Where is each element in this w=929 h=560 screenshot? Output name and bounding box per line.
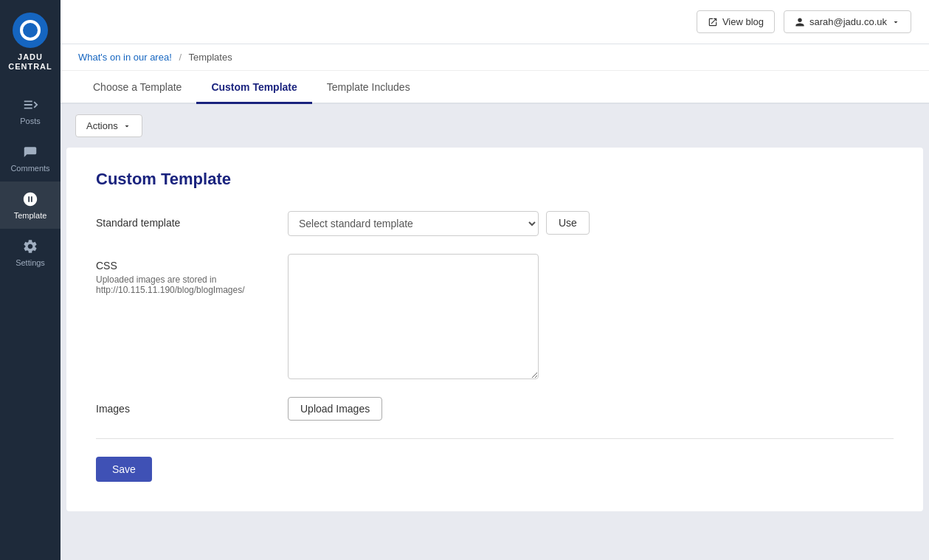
settings-icon	[21, 238, 39, 255]
tab-template-includes[interactable]: Template Includes	[312, 71, 425, 104]
view-blog-button[interactable]: View blog	[697, 10, 775, 33]
css-textarea[interactable]	[288, 254, 539, 379]
images-control-group: Upload Images	[288, 397, 894, 421]
standard-template-row: Standard template Select standard templa…	[96, 211, 894, 236]
form-divider	[96, 438, 894, 439]
logo-inner-circle	[20, 20, 41, 41]
standard-template-select[interactable]: Select standard template	[288, 211, 539, 236]
tab-choose-template[interactable]: Choose a Template	[78, 71, 196, 104]
sidebar-item-comments[interactable]: Comments	[0, 134, 61, 182]
sidebar-nav: Posts Comments Template Settings	[0, 87, 61, 276]
sidebar-label-template: Template	[14, 211, 47, 220]
sidebar-item-settings[interactable]: Settings	[0, 229, 61, 276]
css-control-group	[288, 254, 894, 379]
topbar-actions: View blog sarah@jadu.co.uk	[697, 10, 911, 33]
external-link-icon	[708, 17, 718, 27]
user-icon	[795, 17, 805, 27]
tabs-bar: Choose a Template Custom Template Templa…	[61, 71, 929, 104]
sidebar-item-template[interactable]: Template	[0, 182, 61, 229]
sidebar-label-settings: Settings	[15, 258, 45, 267]
images-label: Images	[96, 397, 288, 415]
actions-button[interactable]: Actions	[75, 114, 142, 137]
actions-bar: Actions	[61, 104, 929, 148]
posts-icon	[21, 96, 39, 114]
sidebar: JADUCENTRAL Posts Comments Template	[0, 0, 61, 560]
template-icon	[21, 190, 39, 208]
user-menu-button[interactable]: sarah@jadu.co.uk	[784, 10, 911, 33]
css-sublabel: Uploaded images are stored in http://10.…	[96, 274, 288, 295]
breadcrumb-separator: /	[179, 52, 182, 63]
main-content: View blog sarah@jadu.co.uk What's on in …	[61, 0, 929, 560]
upload-images-button[interactable]: Upload Images	[288, 397, 382, 421]
use-button[interactable]: Use	[546, 211, 590, 235]
standard-template-label: Standard template	[96, 211, 288, 229]
css-label: CSS Uploaded images are stored in http:/…	[96, 254, 288, 295]
breadcrumb-current: Templates	[188, 52, 232, 63]
sidebar-label-comments: Comments	[10, 164, 49, 173]
logo-text: JADUCENTRAL	[8, 52, 52, 72]
sidebar-logo: JADUCENTRAL	[0, 0, 61, 81]
chevron-down-icon	[891, 18, 900, 27]
css-row: CSS Uploaded images are stored in http:/…	[96, 254, 894, 379]
standard-template-controls: Select standard template Use	[288, 211, 894, 236]
form-title: Custom Template	[96, 170, 894, 189]
logo-icon	[13, 13, 48, 48]
images-row: Images Upload Images	[96, 397, 894, 421]
comments-icon	[21, 143, 39, 161]
actions-chevron-icon	[122, 122, 131, 131]
save-button[interactable]: Save	[96, 457, 152, 482]
breadcrumb: What's on in our area! / Templates	[61, 44, 929, 71]
sidebar-item-posts[interactable]: Posts	[0, 87, 61, 134]
content-area: What's on in our area! / Templates Choos…	[61, 44, 929, 560]
form-card: Custom Template Standard template Select…	[66, 148, 923, 511]
tab-custom-template[interactable]: Custom Template	[196, 71, 311, 104]
breadcrumb-link[interactable]: What's on in our area!	[78, 52, 172, 63]
sidebar-label-posts: Posts	[20, 117, 41, 125]
topbar: View blog sarah@jadu.co.uk	[61, 0, 929, 44]
